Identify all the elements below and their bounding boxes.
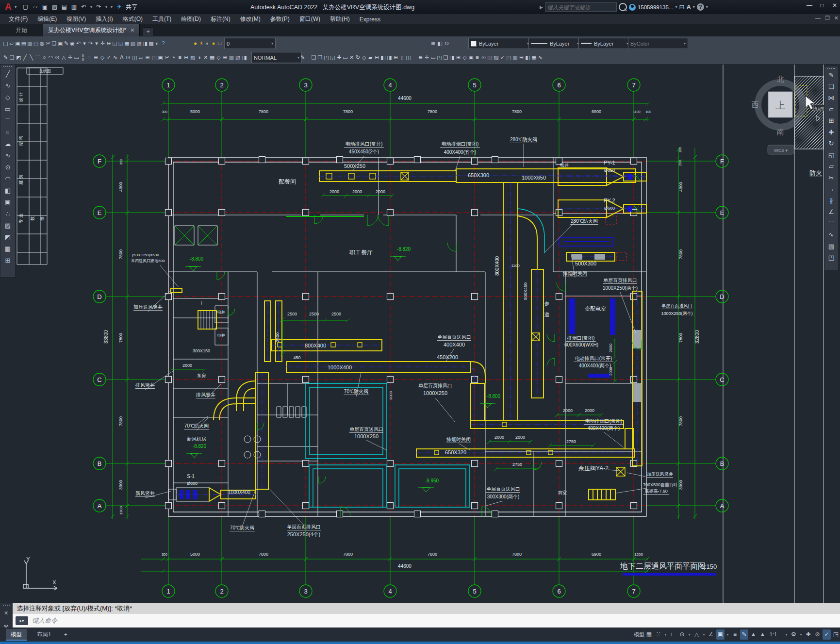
logo-dropdown-icon[interactable]: ▾ (15, 4, 17, 9)
toolbar-grip[interactable] (3, 66, 12, 70)
toolbar1-icon[interactable]: ◱ (112, 39, 118, 48)
toolbar2-icon[interactable]: ⊟ (374, 53, 380, 62)
undo-icon[interactable]: ↶ (80, 3, 88, 11)
toolbar2-icon[interactable]: ◇ (215, 53, 222, 62)
toolbar2-icon[interactable]: ⊞ (393, 53, 399, 62)
menu-item-1[interactable]: 编辑(E) (33, 14, 62, 24)
toolbar2-icon[interactable]: ◳ (436, 53, 443, 62)
snap-mode-icon[interactable]: ⁙ (654, 629, 662, 640)
layer-state-icon[interactable]: ⊜ (444, 39, 450, 48)
toolbar2-icon[interactable]: ⊟ (518, 53, 525, 62)
app-store-cart-icon[interactable]: ⊟ (679, 3, 684, 11)
toolbar2-icon[interactable]: ∿ (112, 53, 118, 62)
toolbar2-icon[interactable]: ⊕ (417, 53, 424, 62)
toolbar2-icon[interactable]: ◠ (48, 53, 54, 62)
menu-item-0[interactable]: 文件(F) (4, 14, 33, 24)
toolbar2-icon[interactable]: ◰ (151, 53, 157, 62)
toolbar2-icon[interactable]: ◨ (386, 53, 393, 62)
help-icon[interactable]: ? (697, 3, 704, 11)
toolbar1-icon[interactable]: ↶ (75, 39, 82, 48)
tab-model[interactable]: 模型 (6, 629, 27, 641)
toolbar2-icon[interactable]: ▦ (209, 53, 215, 62)
toolbar2-icon[interactable]: ❏ (9, 53, 15, 62)
toolbar1-icon[interactable]: ✂ (45, 39, 51, 48)
toolbar1-icon[interactable]: ▱ (9, 39, 15, 48)
a-dropdown-icon[interactable]: ▾ (693, 5, 695, 9)
toolbar2-icon[interactable]: ▦ (531, 53, 537, 62)
workspace-gear-icon[interactable]: ⚙ (790, 629, 798, 640)
draw-tool-icon[interactable]: ▣ (0, 198, 15, 206)
draw-tool-icon[interactable]: ◧ (0, 187, 15, 194)
osnap-dropdown[interactable]: ▾ (725, 629, 730, 640)
toolbar2-icon[interactable]: ✎ (2, 53, 9, 62)
toolbar2-icon[interactable]: ◇ (99, 53, 106, 62)
draw-tool-icon[interactable]: ☁ (0, 140, 15, 148)
search-icon[interactable] (619, 3, 627, 11)
plot-icon[interactable]: ▤ (60, 3, 68, 11)
toolbar2-icon[interactable]: ❐ (317, 53, 323, 62)
draw-tool-icon[interactable]: ⊞ (0, 257, 15, 264)
toolbar1-icon[interactable]: ✎ (63, 39, 69, 48)
menu-item-10[interactable]: 窗口(W) (295, 14, 325, 24)
doc-close-button[interactable]: ✕ (834, 15, 839, 21)
toolbar2-icon[interactable]: ▨ (493, 53, 499, 62)
user-id[interactable]: 1505999135... (638, 4, 674, 10)
open-file-icon[interactable]: ▱ (31, 3, 39, 11)
toolbar2-icon[interactable]: ◩ (16, 53, 22, 62)
toolbar2-icon[interactable]: ○ (41, 53, 48, 62)
modify-tool-icon[interactable]: ∠ (824, 208, 838, 215)
modify-tool-icon[interactable]: ✂ (824, 174, 838, 182)
menu-item-9[interactable]: 参数(P) (265, 14, 295, 24)
draw-tool-icon[interactable]: ∴ (0, 210, 15, 217)
menu-item-11[interactable]: 帮助(H) (325, 14, 355, 24)
toolbar1-icon[interactable]: ✛ (99, 39, 106, 48)
toolbar2-icon[interactable]: ◰ (506, 53, 512, 62)
draw-tool-icon[interactable]: ○ (0, 129, 15, 136)
osnap-icon[interactable]: ▣ (716, 629, 725, 640)
polar-dropdown[interactable]: ▾ (687, 629, 692, 640)
command-input-placeholder[interactable]: 键入命令 (32, 616, 57, 625)
toolbar2-icon[interactable]: ◨ (449, 53, 455, 62)
layer-tool-icon[interactable]: ☀ (198, 39, 205, 48)
toolbar2-icon[interactable]: ╱ (22, 53, 28, 62)
tab-active-document[interactable]: 某办公楼VRV空调系统设计图* ✕ (43, 24, 140, 36)
autodesk-a-icon[interactable]: A (686, 3, 691, 11)
toolbar1-icon[interactable]: ▧ (136, 39, 142, 48)
toolbar2-icon[interactable]: ╬ (80, 53, 86, 62)
qat-more-dropdown[interactable]: ▾ (110, 3, 114, 11)
toolbar2-icon[interactable]: ▧ (235, 53, 241, 62)
user-avatar-icon[interactable] (629, 4, 636, 11)
layer-tool-icon[interactable]: □ (216, 39, 223, 48)
layer-tool-icon[interactable]: ● (192, 39, 198, 48)
toolbar2-icon[interactable]: ◫ (487, 53, 493, 62)
layer-tool-icon[interactable]: ◐ (204, 39, 211, 48)
clean-screen-icon[interactable]: ◳ (832, 629, 840, 640)
toolbar2-icon[interactable]: ◱ (329, 53, 336, 62)
modify-tool-icon[interactable]: ↻ (824, 140, 838, 147)
annotation-visibility-icon[interactable]: ✎ (740, 629, 748, 640)
toolbar2-icon[interactable]: ◫ (132, 53, 138, 62)
modify-tool-icon[interactable]: ✚ (824, 129, 838, 136)
snap-dropdown[interactable]: ▾ (663, 629, 668, 640)
crosshair-icon[interactable]: ✚ (804, 629, 812, 640)
search-input[interactable] (545, 2, 617, 12)
new-file-icon[interactable]: ▢ (21, 3, 30, 11)
isodraft-icon[interactable]: △ (692, 629, 701, 640)
toolbar2-icon[interactable]: ▣ (157, 53, 164, 62)
toolbar2-icon[interactable]: ⊡ (125, 53, 132, 62)
toolbar2-icon[interactable]: ◧ (380, 53, 386, 62)
polar-tracking-icon[interactable]: ⊙ (678, 629, 686, 640)
modify-tool-icon[interactable]: ∿ (824, 231, 838, 238)
toolbar2-icon[interactable]: ⌒ (35, 53, 41, 62)
draw-tool-icon[interactable]: ∿ (0, 152, 15, 159)
toolbar1-icon[interactable]: ? (160, 39, 166, 48)
menu-item-6[interactable]: 绘图(D) (176, 14, 206, 24)
toolbar2-icon[interactable]: ◰ (323, 53, 329, 62)
autocad-logo-icon[interactable]: A (3, 1, 14, 12)
draw-tool-icon[interactable]: ⌒ (0, 117, 15, 126)
layer-tool-icon[interactable]: ● (211, 39, 217, 48)
toolbar1-icon[interactable]: ▢ (2, 39, 9, 48)
modify-tool-icon[interactable]: ◱ (824, 151, 838, 159)
toolbar2-icon[interactable]: ◑ (196, 53, 202, 62)
toolbar2-icon[interactable]: ⊞ (145, 53, 151, 62)
